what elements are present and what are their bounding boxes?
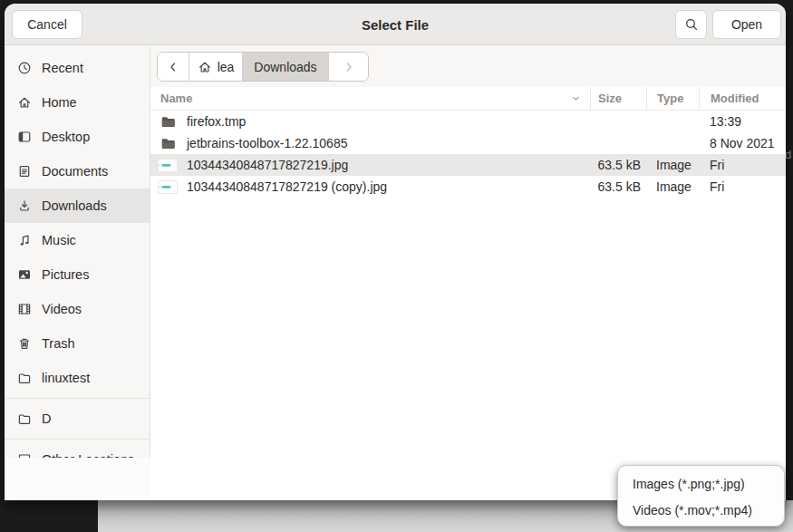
background-text-artifact: d	[785, 148, 791, 161]
sidebar-item-label: Documents	[42, 164, 108, 179]
sidebar-item-music[interactable]: Music	[5, 223, 150, 257]
sidebar-item-home[interactable]: Home	[5, 85, 150, 120]
headerbar: Cancel Select File Open	[5, 4, 786, 45]
forward-button[interactable]	[329, 53, 368, 81]
sidebar-item-label: Recent	[42, 61, 83, 75]
sidebar-item-label: Trash	[42, 336, 75, 351]
sidebar-item-videos[interactable]: Videos	[5, 292, 150, 326]
list-header: Name Size Type Modified	[150, 87, 786, 111]
file-type: Image	[646, 179, 699, 194]
pathbar: lea Downloads	[157, 52, 369, 82]
file-row[interactable]: 10344340848717827219 (copy).jpg63.5 kBIm…	[150, 176, 786, 198]
column-header-name[interactable]: Name	[150, 87, 590, 110]
sidebar-item-label: Other Locations	[42, 452, 134, 458]
trash-icon	[17, 336, 32, 351]
clock-icon	[17, 61, 32, 75]
file-row[interactable]: jetbrains-toolbox-1.22.106858 Nov 2021	[150, 132, 786, 154]
places-sidebar: RecentHomeDesktopDocumentsDownloadsMusic…	[5, 46, 150, 458]
sidebar-item-label: linuxtest	[42, 371, 90, 385]
filter-option[interactable]: Images (*.png;*.jpg)	[618, 470, 784, 497]
pathbar-current-button[interactable]: Downloads	[243, 53, 329, 81]
main-area: lea Downloads Name Size Type M	[150, 46, 786, 500]
sidebar-item-documents[interactable]: Documents	[5, 154, 150, 189]
file-name: 10344340848717827219 (copy).jpg	[187, 179, 387, 194]
search-button[interactable]	[675, 10, 707, 39]
file-modified: 13:39	[699, 114, 786, 129]
dialog-body: RecentHomeDesktopDocumentsDownloadsMusic…	[5, 46, 786, 500]
sidebar-separator	[5, 439, 150, 440]
sidebar-item-other-locations[interactable]: Other Locations	[5, 442, 150, 458]
sidebar-item-d[interactable]: D	[5, 401, 150, 436]
sidebar-item-pictures[interactable]: Pictures	[5, 257, 150, 292]
pathbar-home-button[interactable]: lea	[189, 53, 243, 81]
image-thumbnail-icon	[157, 180, 179, 194]
sidebar-item-trash[interactable]: Trash	[5, 326, 150, 361]
home-icon	[17, 95, 32, 110]
sidebar-item-label: D	[42, 411, 51, 426]
column-header-modified[interactable]: Modified	[699, 87, 786, 110]
sidebar-item-label: Downloads	[42, 198, 107, 213]
chevron-down-icon	[568, 92, 583, 106]
other-locations-icon	[17, 452, 32, 458]
music-icon	[17, 233, 32, 247]
back-button[interactable]	[158, 53, 189, 81]
folder-solid-icon	[157, 136, 179, 150]
open-button[interactable]: Open	[712, 10, 781, 39]
chevron-left-icon	[166, 60, 180, 74]
file-row[interactable]: firefox.tmp13:39	[150, 111, 786, 132]
sidebar-item-desktop[interactable]: Desktop	[5, 120, 150, 154]
search-icon	[684, 17, 699, 32]
column-header-size[interactable]: Size	[590, 87, 646, 110]
file-name: 10344340848717827219.jpg	[187, 158, 348, 172]
file-rows: firefox.tmp13:39jetbrains-toolbox-1.22.1…	[150, 111, 786, 198]
screen: d Cancel Select File Open RecentHomeDesk…	[0, 0, 793, 532]
file-size: 63.5 kB	[590, 179, 646, 194]
pathbar-row: lea Downloads	[150, 46, 786, 87]
sidebar-item-label: Home	[42, 95, 77, 110]
desktop-icon	[17, 130, 32, 144]
column-header-type[interactable]: Type	[646, 87, 699, 110]
sidebar-item-label: Videos	[42, 302, 82, 316]
sidebar-item-label: Music	[42, 233, 76, 247]
sidebar-item-recent[interactable]: Recent	[5, 51, 150, 85]
downloads-icon	[17, 198, 32, 213]
sidebar-item-label: Pictures	[42, 267, 89, 282]
sidebar-item-label: Desktop	[42, 130, 90, 144]
file-name: firefox.tmp	[187, 114, 246, 129]
sidebar-item-downloads[interactable]: Downloads	[5, 189, 150, 223]
home-icon	[198, 60, 212, 74]
file-chooser-dialog: Cancel Select File Open RecentHomeDeskto…	[5, 4, 786, 500]
dialog-title: Select File	[5, 4, 786, 45]
file-modified: 8 Nov 2021	[699, 136, 786, 150]
folder-icon	[17, 371, 32, 385]
folder-icon	[17, 411, 32, 426]
sidebar-separator	[5, 398, 150, 399]
file-size: 63.5 kB	[590, 158, 646, 172]
file-list: Name Size Type Modified firefox.tmp13:39…	[150, 87, 786, 500]
file-row[interactable]: 10344340848717827219.jpg63.5 kBImageFri	[150, 154, 786, 176]
pathbar-home-label: lea	[218, 60, 235, 74]
file-modified: Fri	[699, 158, 786, 172]
documents-icon	[17, 164, 32, 179]
filter-option[interactable]: Videos (*.mov;*.mp4)	[618, 497, 784, 523]
sidebar-item-linuxtest[interactable]: linuxtest	[5, 361, 150, 395]
folder-solid-icon	[157, 114, 179, 129]
image-thumbnail-icon	[157, 159, 179, 172]
file-modified: Fri	[699, 179, 786, 194]
videos-icon	[17, 302, 32, 316]
pictures-icon	[17, 267, 32, 282]
chevron-right-icon	[342, 60, 356, 74]
file-filter-popup: Images (*.png;*.jpg)Videos (*.mov;*.mp4)	[617, 465, 785, 527]
file-type: Image	[646, 158, 699, 172]
file-name: jetbrains-toolbox-1.22.10685	[187, 136, 347, 150]
